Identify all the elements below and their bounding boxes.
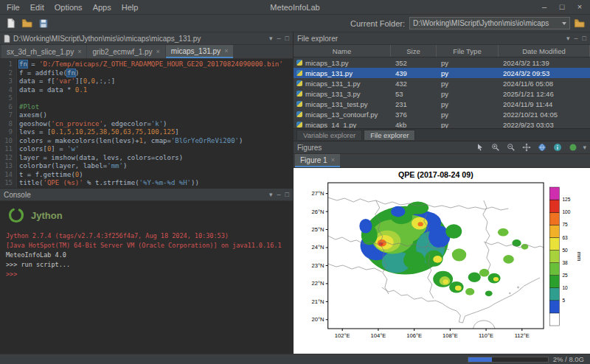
svg-text:22°N: 22°N [312,280,324,287]
full-extent-button[interactable] [536,142,547,153]
code-editor[interactable]: 1fn = 'D:/Temp/micaps/Z_OTHE_RADAMQPE_HO… [0,59,293,188]
file-type-cell: py [437,69,499,77]
table-row[interactable]: micaps_131_1.py432py2024/11/6 05:08 [294,78,590,88]
console-output[interactable]: Jython Jython 2.7.4 (tags/v2.7.4:3f256f4… [0,201,293,354]
tab-variable-explorer[interactable]: Variable explorer [296,130,362,140]
file-size-cell: 352 [391,59,437,67]
figure-title: QPE (2017-08-24 09) [398,170,473,179]
tab-close-icon[interactable]: × [224,47,228,55]
column-header-date-modified[interactable]: Date Modified [499,45,590,57]
python-file-icon [296,80,302,86]
svg-text:38: 38 [562,260,568,265]
tab-close-icon[interactable]: × [331,156,335,164]
table-row[interactable]: micaps_13.py352py2024/3/2 11:39 [294,57,590,68]
main-area: D:\Working\MIScript\Jython\mis\io\micaps… [0,32,590,354]
line-number: 2 [0,69,16,78]
file-size-cell: 376 [391,111,437,119]
editor-tab-label: micaps_131.py [171,47,221,55]
menu-edit[interactable]: Edit [25,3,49,12]
svg-text:20°N: 20°N [312,316,324,323]
line-number: 6 [0,103,16,112]
console-line: Jython 2.7.4 (tags/v2.7.4:3f256f4a7, Aug… [6,231,287,241]
tab-close-icon[interactable]: × [156,48,160,55]
figure-canvas[interactable]: QPE (2017-08-24 09) [294,168,590,354]
file-name-cell: micaps_131_3.py [294,90,391,98]
svg-text:104°E: 104°E [371,332,386,339]
identify-button[interactable] [552,142,563,153]
menu-apps[interactable]: Apps [88,3,117,12]
select-arrow-icon [476,143,485,152]
jython-banner: Jython [7,206,287,224]
panel-float-icon[interactable]: □ [285,191,289,198]
console-title: Console [4,191,31,199]
editor-tab[interactable]: micaps_131.py× [166,45,234,58]
select-tool-button[interactable] [474,142,485,153]
minimize-icon[interactable]: – [535,0,553,14]
table-row[interactable]: micaps_131_test.py231py2024/11/9 11:44 [294,99,590,109]
file-name-cell: micaps_13_contourf.py [294,111,391,119]
file-name-cell: micaps_131_1.py [294,80,391,88]
file-date-cell: 2024/11/9 11:44 [499,100,590,108]
panel-menu-icon[interactable]: ▾ [583,144,586,151]
close-icon[interactable]: × [571,0,589,14]
svg-text:23°N: 23°N [312,262,324,269]
panel-float-icon[interactable]: □ [285,35,289,42]
code-line: 7axesm() [0,111,293,120]
code-text: t = f.gettime(0) [16,171,83,180]
editor-header: D:\Working\MIScript\Jython\mis\io\micaps… [0,32,293,45]
svg-text:27°N: 27°N [312,190,324,197]
new-file-button[interactable] [4,16,18,30]
menu-file[interactable]: File [1,3,25,12]
figure-tab[interactable]: Figure 1 × [295,154,340,167]
code-line: 11colors[0] = 'w' [0,145,293,154]
tab-close-icon[interactable]: × [77,48,81,55]
file-date-cell: 2022/10/21 04:05 [499,111,590,119]
table-row[interactable]: micaps_131.py439py2024/3/2 09:53 [294,68,590,78]
menu-help[interactable]: Help [117,3,144,12]
code-text: layer = imshow(data, levs, colors=colors… [16,154,183,163]
editor-tab[interactable]: grib2_ecmwf_1.py× [87,45,164,58]
panel-menu-icon[interactable]: ▾ [269,191,273,198]
column-header-size[interactable]: Size [391,45,437,57]
line-number: 8 [0,120,16,129]
pan-tool-button[interactable] [521,142,532,153]
line-number: 5 [0,94,16,103]
console-line: [Java HotSpot(TM) 64-Bit Server VM (Orac… [6,241,287,251]
meteoinfolab-window: FileEditOptionsAppsHelp MeteoInfoLab – □… [0,0,590,364]
qpe-map-figure: QPE (2017-08-24 09) [294,168,590,354]
editor-tab[interactable]: sx_3d_rh_slice_1.py× [1,45,86,58]
menu-options[interactable]: Options [49,3,88,12]
code-line: 4data = data * 0.1 [0,86,293,95]
browse-folder-button[interactable] [572,16,586,30]
zoom-in-icon [491,143,500,152]
file-explorer-header-icons: ▾ – □ [566,35,586,42]
table-row[interactable]: micaps_131_3.py53py2025/1/21 12:46 [294,88,590,99]
panel-menu-icon[interactable]: ▾ [566,35,570,42]
code-line: 1fn = 'D:/Temp/micaps/Z_OTHE_RADAMQPE_HO… [0,60,293,69]
panel-float-icon[interactable]: □ [583,35,586,42]
save-button[interactable] [36,16,50,30]
current-folder-combobox[interactable]: D:\Working\MIScript\Jython\mis\io\micaps [409,17,570,29]
file-size-cell: 432 [391,80,437,88]
open-file-button[interactable] [20,16,34,30]
refresh-figure-button[interactable] [567,142,578,153]
line-number: 3 [0,77,16,86]
panel-minimize-icon[interactable]: – [277,35,281,42]
maximize-icon[interactable]: □ [553,0,571,14]
combobox-arrow-icon[interactable] [562,22,566,25]
panel-minimize-icon[interactable]: – [575,35,578,42]
zoom-in-button[interactable] [490,142,501,153]
table-row[interactable]: micaps_14_1.py4kbpy2022/9/23 03:03 [294,119,590,128]
tab-file-explorer[interactable]: File explorer [364,130,415,140]
line-number: 13 [0,162,16,171]
panel-minimize-icon[interactable]: – [277,191,281,198]
column-header-name[interactable]: Name [294,45,391,57]
panel-menu-icon[interactable]: ▾ [269,35,273,42]
file-icon [4,35,10,43]
file-date-cell: 2024/3/2 09:53 [499,69,590,77]
table-row[interactable]: micaps_13_contourf.py376py2022/10/21 04:… [294,109,590,119]
current-folder-value: D:\Working\MIScript\Jython\mis\io\micaps [413,19,549,27]
figure-tab-label: Figure 1 [300,156,327,164]
column-header-file-type[interactable]: File Type [437,45,499,57]
zoom-out-button[interactable] [505,142,516,153]
